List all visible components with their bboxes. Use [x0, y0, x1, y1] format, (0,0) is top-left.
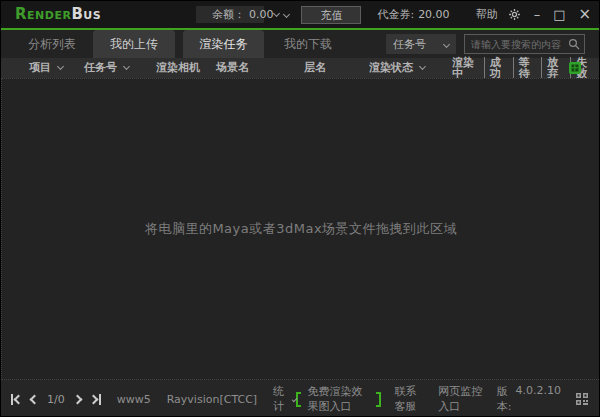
column-project[interactable]: 项目	[29, 58, 63, 78]
prev-page-icon[interactable]	[31, 396, 38, 403]
stats-label: 统计	[273, 384, 286, 414]
column-scene-name: 场景名	[216, 58, 249, 78]
title-bar: RenderBus 余额： 0.00 充值 代金券: 20.00 帮助	[1, 1, 599, 28]
maximize-button[interactable]: □	[553, 1, 565, 28]
pagination: 1/0	[11, 393, 101, 406]
logo-bus-part: Bus	[71, 5, 101, 23]
voucher-value: 20.00	[418, 8, 450, 21]
voucher-info: 代金券: 20.00	[377, 7, 449, 22]
last-page-icon[interactable]	[90, 394, 101, 405]
export-report-icon[interactable]	[568, 61, 582, 75]
version-info: 版本: 4.0.2.10	[497, 384, 561, 414]
page-indicator: 1/0	[47, 393, 65, 406]
tab-my-uploads[interactable]: 我的上传	[93, 30, 175, 58]
titlebar-right-group: 余额： 0.00 充值 代金券: 20.00 帮助 – □ ×	[212, 1, 591, 28]
search-field-selector[interactable]: 任务号	[386, 34, 456, 54]
free-render-entry-label: 免费渲染效果图入口	[308, 384, 369, 414]
tab-bar: 分析列表 我的上传 渲染任务 我的下载 任务号	[1, 30, 599, 58]
dropzone-hint: 将电脑里的Maya或者3dMax场景文件拖拽到此区域	[145, 220, 457, 238]
voucher-label: 代金券:	[377, 7, 414, 22]
minimize-button[interactable]: –	[534, 1, 541, 28]
column-task-id[interactable]: 任务号	[84, 58, 129, 78]
column-render-camera: 渲染相机	[156, 58, 200, 78]
footer-left-group: 1/0 www5 Rayvision[CTCC] 统计	[11, 384, 296, 414]
chevron-down-icon	[123, 63, 130, 70]
balance-label: 余额：	[212, 7, 245, 22]
close-button[interactable]: ×	[578, 1, 591, 28]
web-monitor-entry-link[interactable]: 网页监控入口	[438, 384, 483, 414]
search-input[interactable]	[471, 39, 568, 50]
status-filter-success[interactable]: 成功	[484, 57, 513, 79]
stats-dropdown[interactable]: 统计	[273, 384, 296, 414]
help-link[interactable]: 帮助	[476, 7, 498, 22]
tab-my-downloads[interactable]: 我的下载	[273, 30, 343, 58]
status-filter-rendering[interactable]: 渲染中	[447, 57, 484, 79]
filter-area: 任务号	[386, 34, 585, 54]
task-table-header: 项目 任务号 渲染相机 场景名 层名 渲染状态 渲染中 成功 等待 放弃 失败	[1, 58, 599, 78]
server-node-label: www5	[117, 393, 151, 406]
tab-analysis-list[interactable]: 分析列表	[19, 30, 85, 58]
tab-render-tasks[interactable]: 渲染任务	[183, 30, 264, 58]
qr-code-icon[interactable]	[575, 392, 589, 406]
chevron-down-icon	[419, 63, 426, 70]
column-render-status[interactable]: 渲染状态	[369, 58, 425, 78]
search-field-value: 任务号	[393, 37, 426, 52]
status-filter-waiting[interactable]: 等待	[513, 57, 542, 79]
free-render-entry-link[interactable]: 免费渲染效果图入口	[296, 384, 380, 414]
chevron-down-icon	[283, 11, 290, 18]
version-value: 4.0.2.10	[516, 384, 561, 414]
footer-right-group: 免费渲染效果图入口 联系客服 网页监控入口 版本: 4.0.2.10	[296, 384, 589, 414]
renderbus-logo: RenderBus	[15, 5, 101, 23]
logo-render-part: Render	[15, 5, 71, 23]
column-layer-name: 层名	[304, 58, 326, 78]
version-label: 版本:	[497, 384, 512, 414]
chevron-down-icon	[443, 40, 450, 47]
balance-dropdown[interactable]: 余额： 0.00	[212, 7, 290, 22]
first-page-icon[interactable]	[11, 394, 22, 405]
renderbus-window: RenderBus 余额： 0.00 充值 代金券: 20.00 帮助	[0, 0, 600, 417]
contact-support-link[interactable]: 联系客服	[395, 384, 425, 414]
recharge-button[interactable]: 充值	[301, 6, 361, 24]
chevron-down-icon	[57, 63, 64, 70]
next-page-icon[interactable]	[74, 396, 81, 403]
status-bar: 1/0 www5 Rayvision[CTCC] 统计 免费渲染效果图入口 联系…	[1, 380, 599, 417]
status-filter-abandoned[interactable]: 放弃	[541, 57, 570, 79]
file-dropzone[interactable]: 将电脑里的Maya或者3dMax场景文件拖拽到此区域	[1, 78, 600, 380]
gear-icon[interactable]	[508, 8, 521, 21]
right-bracket-icon	[376, 392, 380, 407]
balance-value: 0.00	[249, 8, 274, 21]
client-line-label: Rayvision[CTCC]	[167, 393, 257, 406]
search-box	[464, 34, 585, 54]
search-icon[interactable]	[568, 38, 580, 50]
